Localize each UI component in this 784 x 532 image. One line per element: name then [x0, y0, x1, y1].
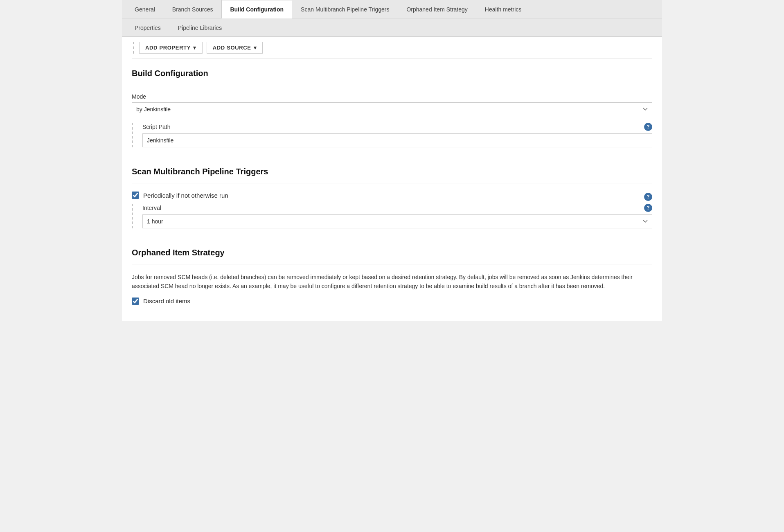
- tab-properties[interactable]: Properties: [126, 18, 169, 37]
- orphaned-item-section: Orphaned Item Strategy Jobs for removed …: [132, 238, 652, 311]
- tab-pipeline-libraries[interactable]: Pipeline Libraries: [169, 18, 230, 37]
- tab-build-configuration[interactable]: Build Configuration: [221, 0, 292, 18]
- discard-checkbox-label: Discard old items: [143, 298, 190, 304]
- tab-bar-row1: GeneralBranch SourcesBuild Configuration…: [122, 0, 662, 18]
- periodic-checkbox-group: Periodically if not otherwise run: [132, 192, 228, 199]
- script-path-field-group: Script Path ?: [142, 123, 652, 147]
- periodic-checkbox-row: Periodically if not otherwise run ?: [132, 192, 652, 202]
- build-configuration-divider: [132, 85, 652, 85]
- scan-triggers-divider: [132, 183, 652, 183]
- mode-select[interactable]: by Jenkinsfileby ScriptCustom Script: [132, 102, 652, 116]
- script-path-label-row: Script Path ?: [142, 123, 652, 131]
- add-property-wrapper: ADD PROPERTY ▾: [133, 42, 203, 54]
- periodic-checkbox-label: Periodically if not otherwise run: [143, 192, 228, 199]
- mode-label: Mode: [132, 93, 652, 100]
- interval-label-text: Interval: [142, 205, 161, 211]
- tab-orphaned-item[interactable]: Orphaned Item Strategy: [398, 0, 476, 18]
- add-property-button[interactable]: ADD PROPERTY ▾: [139, 42, 203, 54]
- add-source-chevron-icon: ▾: [254, 45, 257, 51]
- script-path-input[interactable]: [142, 133, 652, 147]
- mode-field-group: Mode by Jenkinsfileby ScriptCustom Scrip…: [132, 93, 652, 116]
- interval-label-row: Interval ?: [142, 204, 652, 212]
- tab-general[interactable]: General: [126, 0, 164, 18]
- interval-field-group: Interval ? 1 minute5 minutes15 minutes30…: [142, 204, 652, 228]
- periodic-checkbox[interactable]: [132, 192, 139, 199]
- discard-checkbox[interactable]: [132, 298, 139, 305]
- add-property-chevron-icon: ▾: [193, 45, 196, 51]
- build-configuration-title: Build Configuration: [132, 69, 652, 78]
- main-content: ADD PROPERTY ▾ ADD SOURCE ▾ Build Config…: [122, 37, 662, 321]
- orphaned-item-description: Jobs for removed SCM heads (i.e. deleted…: [132, 273, 652, 291]
- interval-help-icon[interactable]: ?: [644, 204, 652, 212]
- tab-health-metrics[interactable]: Health metrics: [476, 0, 530, 18]
- tab-branch-sources[interactable]: Branch Sources: [164, 0, 222, 18]
- scan-triggers-section: Scan Multibranch Pipeline Triggers Perio…: [132, 157, 652, 238]
- script-path-indent: Script Path ?: [132, 123, 652, 147]
- add-source-button[interactable]: ADD SOURCE ▾: [207, 42, 263, 54]
- orphaned-item-title: Orphaned Item Strategy: [132, 248, 652, 257]
- add-source-label: ADD SOURCE: [213, 45, 251, 51]
- scan-triggers-title: Scan Multibranch Pipeline Triggers: [132, 167, 652, 176]
- build-configuration-section: Build Configuration Mode by Jenkinsfileb…: [132, 59, 652, 157]
- interval-indent: Interval ? 1 minute5 minutes15 minutes30…: [132, 204, 652, 228]
- top-buttons-area: ADD PROPERTY ▾ ADD SOURCE ▾: [132, 37, 652, 59]
- add-property-label: ADD PROPERTY: [145, 45, 191, 51]
- tab-bar-row2: PropertiesPipeline Libraries: [122, 18, 662, 37]
- periodic-help-icon[interactable]: ?: [644, 193, 652, 201]
- mode-label-text: Mode: [132, 93, 146, 100]
- tab-scan-multibranch[interactable]: Scan Multibranch Pipeline Triggers: [292, 0, 398, 18]
- script-path-help-icon[interactable]: ?: [644, 123, 652, 131]
- interval-select[interactable]: 1 minute5 minutes15 minutes30 minutes1 h…: [142, 214, 652, 228]
- orphaned-item-divider: [132, 264, 652, 264]
- discard-checkbox-row: Discard old items: [132, 298, 652, 305]
- script-path-label-text: Script Path: [142, 124, 170, 130]
